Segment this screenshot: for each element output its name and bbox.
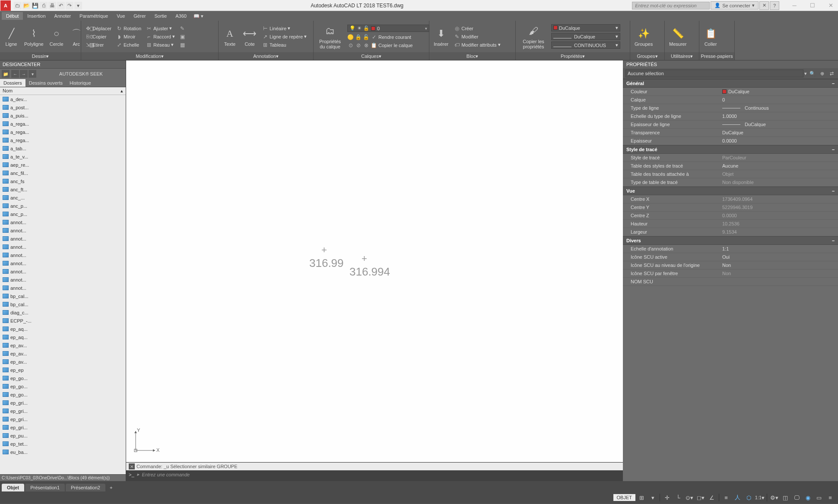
qat-undo-icon[interactable]: ↶: [57, 2, 65, 10]
prop-row[interactable]: NOM SCU: [623, 278, 838, 286]
dc-item[interactable]: annot...: [0, 267, 126, 276]
status-gear-icon[interactable]: ⚙▾: [769, 493, 779, 502]
status-snap-icon[interactable]: ✛: [662, 493, 672, 502]
status-annoscale-icon[interactable]: 人: [732, 493, 743, 502]
cmdline-close-icon[interactable]: ✕: [129, 463, 135, 469]
dc-item[interactable]: ep_ep: [0, 366, 126, 374]
prop-row[interactable]: Centre X1736409.0964: [623, 195, 838, 203]
scale-button[interactable]: ⤢Echelle: [115, 41, 142, 48]
dc-item[interactable]: a_tab...: [0, 144, 126, 152]
minimize-button[interactable]: ─: [789, 1, 800, 10]
status-grid-icon[interactable]: ⊞: [636, 493, 647, 502]
status-ortho-icon[interactable]: └: [673, 493, 683, 502]
prop-section-general[interactable]: Général–: [623, 79, 838, 88]
dc-column-header[interactable]: Nom▴: [0, 87, 126, 95]
modify-extra-2[interactable]: ▣: [178, 33, 187, 40]
modify-extra-3[interactable]: ▦: [178, 41, 187, 48]
status-monitor-icon[interactable]: 🖵: [791, 493, 802, 502]
fillet-button[interactable]: ⌐Raccord ▾: [145, 33, 176, 40]
scroll-up-icon[interactable]: ▴: [121, 88, 123, 94]
dc-item[interactable]: annot...: [0, 243, 126, 251]
make-current-button[interactable]: ✓: [371, 34, 377, 40]
status-clean-icon[interactable]: ▭: [814, 493, 824, 502]
panel-calques-label[interactable]: Calques ▾: [314, 52, 429, 60]
dc-item[interactable]: annot...: [0, 218, 126, 226]
tab-insertion[interactable]: Insertion: [23, 12, 50, 20]
qat-save-icon[interactable]: 💾: [31, 2, 39, 10]
dc-item[interactable]: anc_fil...: [0, 169, 126, 177]
pickadd-icon[interactable]: ⇄: [828, 70, 835, 77]
text-button[interactable]: ATexte: [221, 26, 238, 48]
dc-folder-icon[interactable]: 📁: [2, 70, 10, 78]
panel-bloc-label[interactable]: Bloc ▾: [429, 52, 515, 60]
prop-value[interactable]: 1.0000: [722, 114, 838, 119]
dc-item[interactable]: annot...: [0, 226, 126, 235]
dc-item[interactable]: ep_av...: [0, 358, 126, 366]
dc-item[interactable]: annot...: [0, 251, 126, 259]
status-scale-dropdown[interactable]: 1:1▾: [755, 493, 765, 502]
lineweight-dropdown[interactable]: DuCalque▾: [551, 33, 620, 40]
panel-groupes-label[interactable]: Groupes ▾: [630, 52, 664, 60]
stretch-button[interactable]: ⇲Etirer: [84, 41, 112, 48]
array-button[interactable]: ⊞Réseau ▾: [145, 41, 176, 48]
dc-item[interactable]: anc_fs: [0, 177, 126, 185]
prop-value[interactable]: Oui: [722, 254, 838, 260]
panel-proprietes-label[interactable]: Propriétés ▾: [516, 52, 630, 60]
prop-row[interactable]: Largeur9.1534: [623, 228, 838, 236]
dc-item[interactable]: a_dev...: [0, 95, 126, 103]
panel-annotation-label[interactable]: Annotation ▾: [219, 52, 313, 60]
prop-row[interactable]: Table des styles de tracéAucune: [623, 162, 838, 170]
dc-item[interactable]: bp_cal...: [0, 292, 126, 300]
measure-button[interactable]: 📏Mesurer: [667, 26, 688, 48]
paste-button[interactable]: 📋Coller: [702, 26, 719, 48]
dc-item[interactable]: ep_gri...: [0, 399, 126, 407]
exchange-icon[interactable]: ✕: [759, 1, 769, 10]
qat-more-icon[interactable]: ▾: [74, 2, 82, 10]
dc-item[interactable]: ep_av...: [0, 349, 126, 358]
tab-debut[interactable]: Début: [2, 12, 23, 20]
prop-value[interactable]: Aucune: [722, 163, 838, 168]
prop-row[interactable]: Echelle du type de ligne1.0000: [623, 112, 838, 120]
dc-back-icon[interactable]: ←: [11, 70, 19, 78]
prop-row[interactable]: TransparenceDuCalque: [623, 129, 838, 137]
dc-item[interactable]: anc_p...: [0, 202, 126, 210]
layout-tab-presentation2[interactable]: Présentation2: [66, 484, 105, 491]
dc-item[interactable]: ep_aq...: [0, 325, 126, 333]
layer-tool-1[interactable]: 🟡: [347, 34, 354, 40]
layer-tool-2[interactable]: 🔒: [355, 34, 362, 40]
prop-row[interactable]: Type de ligneContinuous: [623, 104, 838, 112]
prop-row[interactable]: Hauteur10.2536: [623, 220, 838, 228]
prop-value[interactable]: DuCalque: [722, 130, 838, 135]
help-search-input[interactable]: [632, 2, 710, 10]
polyline-button[interactable]: ⌇Polyligne: [22, 26, 45, 48]
dc-file-list[interactable]: a_dev...a_post...a_puis...a_rega...a_reg…: [0, 95, 126, 474]
copy-button[interactable]: ⎘Copier: [84, 33, 112, 40]
prop-row[interactable]: Centre Z0.0000: [623, 212, 838, 220]
layout-tab-presentation1[interactable]: Présentation1: [25, 484, 65, 491]
dc-item[interactable]: bp_cal...: [0, 300, 126, 308]
dc-item[interactable]: ep_gri...: [0, 407, 126, 415]
select-objects-icon[interactable]: ⊕: [818, 70, 826, 77]
dc-item[interactable]: ep_aq...: [0, 333, 126, 341]
prop-section-plot[interactable]: Style de tracé–: [623, 145, 838, 154]
dc-item[interactable]: annot...: [0, 235, 126, 243]
dc-item[interactable]: ep_gri...: [0, 423, 126, 431]
layer-tool-6[interactable]: ⊗: [363, 42, 369, 48]
linear-button[interactable]: ⊢Linéaire ▾: [261, 25, 308, 32]
edit-attr-button[interactable]: 🏷Modifier attributs ▾: [453, 41, 501, 48]
panel-utilitaires-label[interactable]: Utilitaires ▾: [665, 52, 699, 60]
dc-item[interactable]: aep_re...: [0, 161, 126, 169]
help-icon[interactable]: ?: [770, 1, 779, 10]
layout-add-button[interactable]: +: [106, 484, 116, 491]
dc-item[interactable]: ep_go...: [0, 374, 126, 382]
prop-row[interactable]: Table des tracés attachée àObjet: [623, 170, 838, 178]
prop-row[interactable]: Echelle d'annotation1:1: [623, 245, 838, 253]
login-button[interactable]: 👤 Se connecter ▾: [711, 1, 759, 10]
leader-button[interactable]: ↗Ligne de repère ▾: [261, 33, 308, 40]
dc-tab-historique[interactable]: Historique: [66, 79, 95, 87]
props-selection-dropdown[interactable]: Aucune sélection: [625, 70, 803, 77]
panel-dessin-label[interactable]: Dessin ▾: [0, 52, 81, 60]
prop-value[interactable]: Continuous: [722, 105, 838, 111]
dc-item[interactable]: a_rega...: [0, 136, 126, 144]
prop-value[interactable]: 0.0000: [722, 138, 838, 143]
